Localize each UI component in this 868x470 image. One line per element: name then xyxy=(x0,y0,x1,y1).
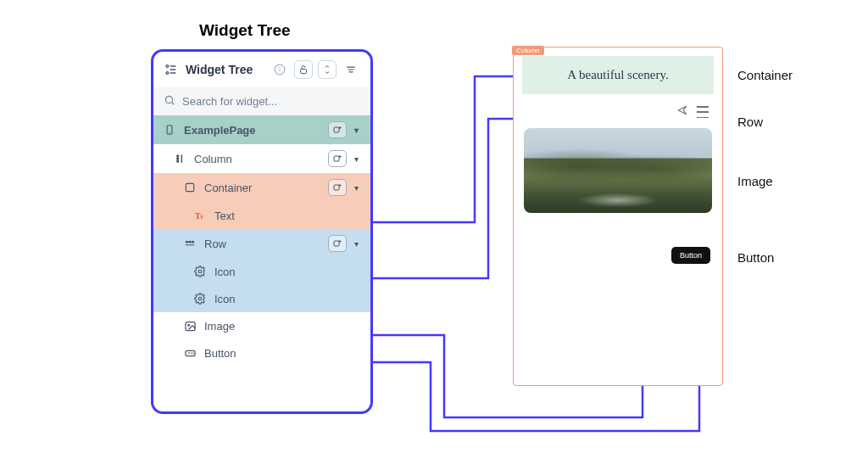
panel-header: Widget Tree xyxy=(153,52,370,87)
svg-rect-27 xyxy=(186,183,193,191)
tree-node-icon[interactable]: Icon xyxy=(153,285,370,312)
tree-node-page[interactable]: ExamplePage ▾ xyxy=(153,115,370,144)
svg-point-22 xyxy=(177,158,179,159)
svg-point-44 xyxy=(187,324,189,326)
tree-label: Button xyxy=(204,347,362,360)
preview-button[interactable]: Button xyxy=(671,247,710,264)
row-icon xyxy=(182,236,198,251)
info-icon[interactable] xyxy=(272,62,287,77)
panel-header-actions xyxy=(294,60,360,79)
tree-list-icon xyxy=(164,62,179,77)
annotation-label-button: Button xyxy=(737,250,774,265)
search-input[interactable]: Search for widget... xyxy=(153,87,370,115)
tree-label: Icon xyxy=(214,266,362,278)
send-icon[interactable] xyxy=(676,104,688,120)
menu-icon[interactable] xyxy=(697,106,709,118)
chevron-down-icon[interactable]: ▾ xyxy=(350,126,362,135)
button-icon: BTN xyxy=(182,345,198,361)
tree-label: Image xyxy=(204,320,362,333)
svg-point-1 xyxy=(166,72,169,75)
add-child-button[interactable] xyxy=(328,150,347,167)
tree-node-row[interactable]: Row ▾ xyxy=(153,229,370,258)
tree-node-column[interactable]: Column ▾ xyxy=(153,144,370,173)
lock-button[interactable] xyxy=(294,60,313,79)
svg-point-12 xyxy=(165,96,172,103)
annotation-label-row: Row xyxy=(737,115,763,129)
svg-rect-28 xyxy=(334,185,339,190)
add-child-button[interactable] xyxy=(328,179,347,196)
search-placeholder: Search for widget... xyxy=(182,95,277,108)
tree-label: Icon xyxy=(214,293,362,305)
tree-label: Column xyxy=(194,153,328,165)
preview-container-banner[interactable]: A beautiful scenery. xyxy=(522,56,714,94)
sort-button[interactable] xyxy=(342,60,360,79)
svg-text:T: T xyxy=(200,215,203,220)
annotation-label-image: Image xyxy=(737,174,773,188)
tree-node-container[interactable]: Container ▾ xyxy=(153,173,370,202)
tree-label: ExamplePage xyxy=(184,124,328,137)
search-icon xyxy=(164,94,175,109)
svg-rect-8 xyxy=(301,70,307,74)
svg-point-7 xyxy=(280,67,281,68)
expand-collapse-button[interactable] xyxy=(318,60,337,79)
svg-point-23 xyxy=(177,160,179,162)
widget-tree-panel: Widget Tree Search for widget... Example… xyxy=(151,49,373,414)
svg-point-35 xyxy=(186,241,188,243)
column-icon xyxy=(172,151,187,166)
svg-rect-16 xyxy=(334,127,339,132)
svg-point-36 xyxy=(189,241,191,243)
svg-line-13 xyxy=(172,103,175,105)
svg-point-21 xyxy=(177,155,179,157)
tree-node-text[interactable]: TT Text xyxy=(153,202,370,229)
svg-text:BTN: BTN xyxy=(187,352,194,355)
tree-label: Container xyxy=(204,182,328,194)
svg-point-42 xyxy=(198,297,202,300)
preview-image[interactable] xyxy=(524,128,712,213)
chevron-down-icon[interactable]: ▾ xyxy=(350,239,362,249)
svg-point-0 xyxy=(166,65,169,68)
tree-label: Text xyxy=(214,210,362,222)
annotation-label-container: Container xyxy=(737,68,793,82)
svg-rect-38 xyxy=(334,241,339,246)
gear-icon xyxy=(192,291,208,306)
gear-icon xyxy=(192,264,208,279)
svg-point-37 xyxy=(192,241,194,243)
text-icon: TT xyxy=(192,208,208,223)
tree-node-icon[interactable]: Icon xyxy=(153,258,370,285)
tree-label: Row xyxy=(204,238,328,250)
preview-panel: Column A beautiful scenery. Button xyxy=(513,47,723,386)
tree-node-button[interactable]: BTN Button xyxy=(153,339,370,366)
add-child-button[interactable] xyxy=(328,121,347,138)
chevron-down-icon[interactable]: ▾ xyxy=(350,154,362,164)
preview-selection-tag: Column xyxy=(512,46,544,55)
svg-rect-24 xyxy=(334,156,339,161)
device-icon xyxy=(162,122,177,137)
container-icon xyxy=(182,180,198,195)
panel-header-title: Widget Tree xyxy=(186,63,265,76)
page-title: Widget Tree xyxy=(199,21,291,40)
add-child-button[interactable] xyxy=(328,235,347,252)
svg-point-41 xyxy=(198,270,202,273)
preview-row[interactable] xyxy=(514,103,722,125)
chevron-down-icon[interactable]: ▾ xyxy=(350,183,362,193)
image-icon xyxy=(182,318,198,333)
tree-node-image[interactable]: Image xyxy=(153,312,370,339)
